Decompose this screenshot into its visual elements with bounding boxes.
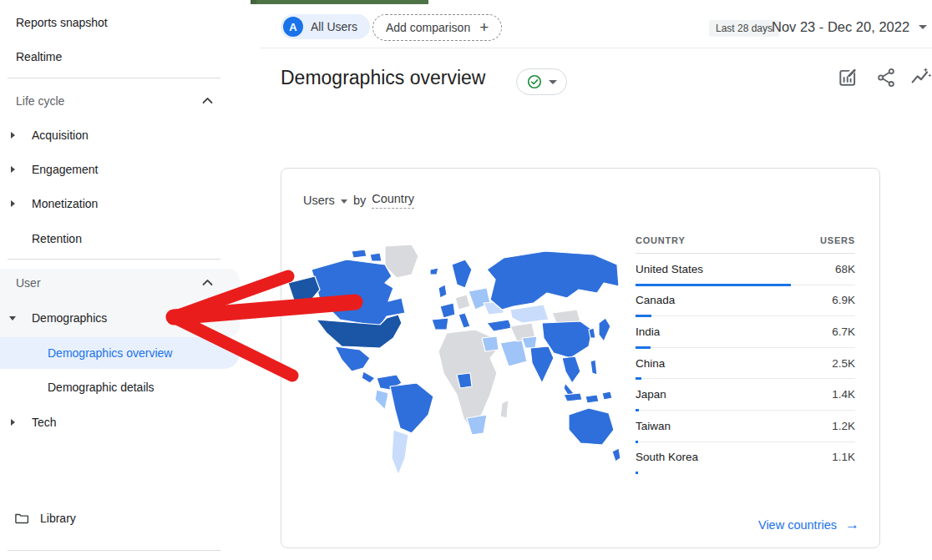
sidebar-item-demographics-overview[interactable]: Demographics overview [0, 336, 278, 370]
table-row[interactable]: Taiwan 1.2K [636, 411, 855, 442]
sidebar-section-life-cycle[interactable]: Life cycle [0, 84, 246, 118]
sidebar-item-label: Demographic details [48, 381, 154, 394]
sidebar-item-label: Monetization [32, 197, 98, 210]
value-bar [636, 472, 638, 474]
country-name: Japan [636, 388, 666, 401]
sidebar-item-library[interactable]: Library [40, 502, 271, 535]
sidebar-item-label: Realtime [16, 50, 62, 63]
card-title: Users by Country [303, 192, 414, 209]
column-header-country[interactable]: COUNTRY [636, 235, 686, 245]
users-value: 6.9K [832, 294, 855, 306]
table-row[interactable]: Japan 1.4K [636, 379, 855, 411]
sidebar-divider [8, 259, 220, 260]
sidebar-item-label: Engagement [32, 163, 98, 176]
collapse-arrow-icon[interactable] [9, 316, 16, 320]
dimension-selector[interactable]: Country [372, 192, 414, 209]
section-label: Life cycle [16, 94, 64, 108]
page-title: Demographics overview [281, 67, 485, 89]
insights-icon[interactable] [910, 67, 932, 88]
countries-table: COUNTRY USERS United States 68K Canada 6… [636, 235, 855, 473]
country-name: Taiwan [636, 420, 671, 432]
by-label: by [353, 194, 366, 207]
sidebar-divider [8, 550, 220, 551]
sidebar-item-realtime[interactable]: Realtime [0, 40, 246, 73]
sidebar-item-label: Acquisition [32, 129, 89, 142]
table-row[interactable]: India 6.7K [636, 316, 855, 348]
table-row[interactable]: Canada 6.9K [636, 285, 855, 317]
users-value: 68K [835, 263, 855, 275]
table-row[interactable]: South Korea 1.1K [636, 442, 855, 474]
column-header-users[interactable]: USERS [820, 235, 855, 245]
world-map-choropleth[interactable] [286, 240, 627, 482]
sidebar-item-engagement[interactable]: Engagement [0, 153, 262, 186]
sidebar-item-label: Demographics overview [48, 346, 172, 360]
view-countries-link[interactable]: View countries → [758, 517, 859, 533]
chevron-down-icon[interactable] [341, 199, 347, 204]
sidebar-divider [8, 78, 220, 78]
chevron-down-icon [919, 25, 927, 29]
country-name: United States [636, 263, 703, 275]
date-preset-badge: Last 28 days [709, 20, 779, 37]
sidebar-item-acquisition[interactable]: Acquisition [0, 119, 262, 152]
sidebar-item-retention[interactable]: Retention [0, 222, 262, 255]
top-green-bar-right [256, 0, 428, 4]
country-name: China [636, 357, 665, 370]
users-value: 2.5K [832, 357, 855, 370]
metric-selector[interactable]: Users [303, 194, 335, 207]
ga4-reports-page: Reports snapshot Realtime Life cycle Acq… [0, 0, 932, 560]
country-name: South Korea [636, 451, 698, 463]
date-range-picker[interactable]: Nov 23 - Dec 20, 2022 [772, 19, 927, 35]
share-icon[interactable] [875, 67, 897, 88]
section-label: User [16, 276, 41, 290]
expand-arrow-icon[interactable] [11, 166, 15, 173]
sidebar-item-label: Retention [32, 232, 82, 245]
check-circle-icon [526, 73, 543, 90]
users-value: 1.1K [832, 451, 855, 463]
table-header-row: COUNTRY USERS [636, 235, 855, 254]
date-range-label: Nov 23 - Dec 20, 2022 [772, 19, 909, 35]
users-value: 6.7K [832, 325, 855, 338]
expand-arrow-icon[interactable] [11, 200, 15, 207]
sidebar-item-label: Demographics [32, 311, 107, 325]
plus-icon: + [479, 19, 489, 35]
sidebar-item-label: Library [40, 512, 76, 525]
add-comparison-label: Add comparison [386, 21, 470, 34]
header-divider [261, 48, 932, 48]
customize-report-icon[interactable] [837, 67, 859, 88]
sidebar-item-label: Tech [32, 416, 57, 429]
expand-arrow-icon[interactable] [11, 419, 15, 426]
country-name: India [636, 325, 660, 338]
sidebar-item-label: Reports snapshot [16, 16, 108, 29]
sidebar-item-demographics[interactable]: Demographics [0, 301, 262, 335]
add-comparison-button[interactable]: Add comparison + [372, 14, 502, 41]
right-arrow-icon: → [845, 517, 859, 533]
table-row[interactable]: United States 68K [636, 254, 855, 285]
sidebar-item-monetization[interactable]: Monetization [0, 187, 262, 220]
users-value: 1.4K [832, 388, 855, 401]
view-countries-label: View countries [758, 518, 837, 532]
all-users-segment-chip[interactable]: A All Users [281, 14, 370, 39]
chevron-down-icon [549, 80, 557, 84]
sidebar-item-reports-snapshot[interactable]: Reports snapshot [0, 6, 246, 39]
chevron-up-icon[interactable] [202, 279, 213, 286]
report-status-dropdown[interactable] [516, 68, 567, 95]
segment-label: All Users [311, 20, 357, 33]
users-value: 1.2K [832, 420, 855, 432]
reports-sidebar: Reports snapshot Realtime Life cycle Acq… [0, 0, 251, 560]
country-name: Canada [636, 294, 675, 306]
users-by-country-card: Users by Country [281, 168, 880, 548]
sidebar-item-demographic-details[interactable]: Demographic details [0, 371, 278, 404]
folder-icon [13, 510, 30, 527]
sidebar-item-tech[interactable]: Tech [0, 406, 262, 439]
table-row[interactable]: China 2.5K [636, 348, 855, 380]
segment-avatar: A [283, 17, 303, 37]
expand-arrow-icon[interactable] [11, 132, 15, 139]
sidebar-section-user[interactable]: User [0, 266, 246, 300]
chevron-up-icon[interactable] [202, 97, 213, 104]
